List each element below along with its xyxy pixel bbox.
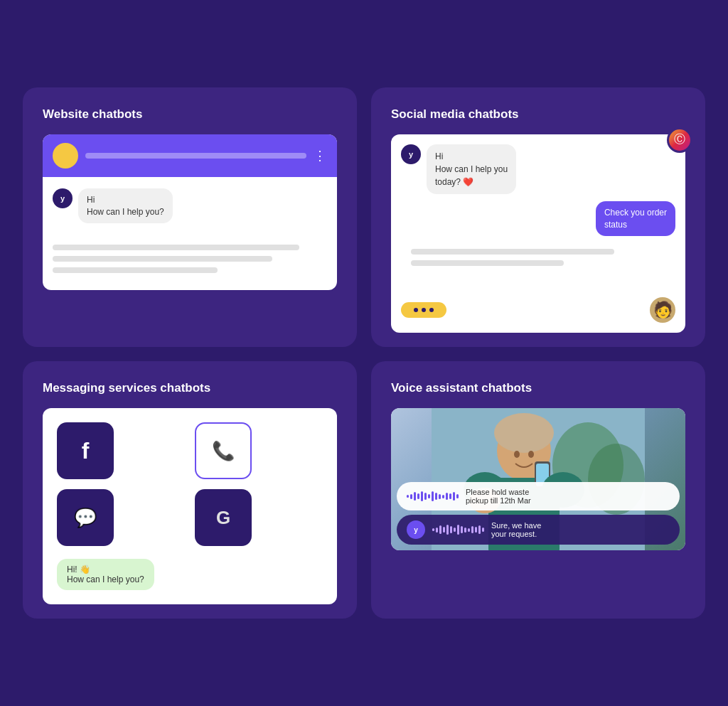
google-app-icon[interactable]: G <box>195 489 252 546</box>
wave-bar <box>468 528 470 532</box>
voice-user-message-text: Please hold wastepickup till 12th Mar <box>466 488 531 505</box>
wave-bar <box>457 525 459 535</box>
website-chat-window: ⋮ y Hi How can I help you? <box>43 134 337 291</box>
social-chatbots-title: Social media chatbots <box>391 107 685 122</box>
typing-indicator <box>401 302 446 318</box>
wave-bar <box>453 492 455 501</box>
social-skeleton-line-1 <box>411 249 614 255</box>
social-chat-window: Ⓒ y HiHow can I help youtoday? ❤️ Check … <box>391 134 685 333</box>
wave-bar <box>478 525 481 534</box>
wave-bar <box>482 528 484 532</box>
typing-dot-3 <box>429 308 434 312</box>
wave-bar <box>464 528 466 533</box>
user-bubble-row: Check you orderstatus <box>401 201 675 237</box>
facebook-icon: f <box>82 438 90 464</box>
wave-bar <box>439 525 441 534</box>
wave-bar <box>450 526 452 533</box>
chat-body: y Hi How can I help you? <box>43 177 337 245</box>
social-bot-logo: y <box>409 150 413 159</box>
voice-photo: Please hold wastepickup till 12th Mar y <box>391 408 685 550</box>
apps-grid: f 📞 💬 G <box>57 422 323 546</box>
svg-point-11 <box>514 451 520 458</box>
wave-bar <box>475 527 477 533</box>
wave-bar <box>407 495 409 498</box>
social-skeleton-line-2 <box>411 260 564 266</box>
bot-greeting-line1: Hi <box>87 195 95 205</box>
instagram-badge: Ⓒ <box>667 127 692 153</box>
bot-greeting-line2: How can I help you? <box>87 207 164 217</box>
voice-bot-logo: y <box>414 526 418 534</box>
messaging-chatbots-card: Messaging services chatbots f 📞 💬 G Hi! … <box>23 361 357 619</box>
wave-bar <box>446 493 448 500</box>
voice-overlays: Please hold wastepickup till 12th Mar y <box>391 476 685 550</box>
header-bar <box>85 153 306 159</box>
typing-bubble-row: 🧑 <box>401 297 675 323</box>
waveform-bot <box>432 525 484 535</box>
social-media-chatbots-card: Social media chatbots Ⓒ y HiHow can I he… <box>371 87 705 348</box>
skeleton-line-2 <box>53 256 272 262</box>
messenger-app-icon[interactable]: 💬 <box>57 489 114 546</box>
wave-bar <box>436 528 438 533</box>
user-bubble: Check you orderstatus <box>596 201 675 237</box>
skeleton-lines <box>43 245 337 290</box>
wave-bar <box>442 495 444 498</box>
wave-bar <box>446 525 449 535</box>
dots-menu-icon[interactable]: ⋮ <box>314 148 327 164</box>
user-avatar: 🧑 <box>650 297 675 323</box>
svg-point-12 <box>528 451 534 458</box>
wave-bar <box>449 493 451 499</box>
bot-message-row: y Hi How can I help you? <box>53 188 327 224</box>
voice-chatbots-title: Voice assistant chatbots <box>391 381 685 395</box>
green-bubble-line2: How can I help you? <box>67 574 144 584</box>
wave-bar <box>417 493 419 499</box>
wave-bar <box>454 528 456 532</box>
website-chatbots-title: Website chatbots <box>43 107 337 122</box>
user-face-icon: 🧑 <box>653 301 673 319</box>
social-chat-body: y HiHow can I help youtoday? ❤️ Check yo… <box>401 144 675 323</box>
whatsapp-icon: 📞 <box>212 440 235 462</box>
instagram-icon: Ⓒ <box>674 132 685 147</box>
whatsapp-app-icon[interactable]: 📞 <box>195 422 252 479</box>
bot-logo: y <box>60 194 65 203</box>
main-grid: Website chatbots ⋮ y Hi How can I help y… <box>23 87 705 619</box>
messaging-chatbots-title: Messaging services chatbots <box>43 381 337 395</box>
google-icon: G <box>216 507 230 529</box>
wave-bar <box>424 493 427 500</box>
voice-bot-message-text: Sure, we haveyour request. <box>491 521 541 538</box>
wave-bar <box>471 526 473 533</box>
social-skeleton <box>401 249 675 283</box>
wave-bar <box>439 494 441 499</box>
typing-dot-2 <box>422 308 426 312</box>
voice-inner: Please hold wastepickup till 12th Mar y <box>391 408 685 550</box>
skeleton-line-3 <box>53 267 218 273</box>
avatar-yellow <box>53 143 78 169</box>
green-bubble: Hi! 👋 How can I help you? <box>57 559 154 590</box>
social-bot-row: y HiHow can I help youtoday? ❤️ <box>401 144 675 194</box>
wave-bar <box>421 491 423 501</box>
chat-header: ⋮ <box>43 134 337 177</box>
typing-dot-1 <box>414 308 418 312</box>
wave-bar <box>432 491 434 501</box>
waveform-user <box>407 491 459 501</box>
voice-chatbots-card: Voice assistant chatbots <box>371 361 705 619</box>
user-message: Check you orderstatus <box>604 208 667 230</box>
wave-bar <box>414 492 416 501</box>
messaging-inner: f 📞 💬 G Hi! 👋 How can I help you? <box>43 408 337 604</box>
wave-bar <box>435 493 437 500</box>
bot-bubble: Hi How can I help you? <box>78 188 173 224</box>
bot-avatar: y <box>53 188 73 208</box>
svg-point-4 <box>494 413 554 453</box>
wave-bar <box>461 526 463 533</box>
green-bubble-line1: Hi! 👋 <box>67 565 90 574</box>
wave-bar <box>456 494 459 498</box>
social-bot-bubble: HiHow can I help youtoday? ❤️ <box>427 144 516 194</box>
social-bot-avatar: y <box>401 144 421 164</box>
wave-bar <box>428 494 430 498</box>
voice-bot-message-bar: y <box>397 515 680 545</box>
wave-bar <box>410 494 412 499</box>
wave-bar <box>432 528 434 531</box>
voice-bot-avatar: y <box>407 520 425 539</box>
wave-bar <box>443 527 445 533</box>
messenger-icon: 💬 <box>74 507 97 529</box>
facebook-app-icon[interactable]: f <box>57 422 114 479</box>
